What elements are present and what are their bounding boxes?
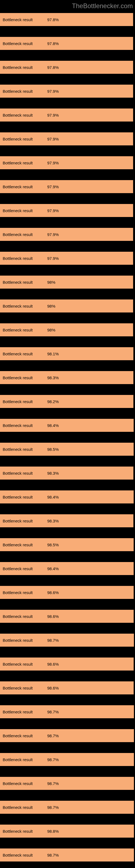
row-bar-track: 98.6% <box>45 681 135 694</box>
row-label: Bottleneck result <box>0 586 45 599</box>
row-bar-track: 98.3% <box>45 371 135 384</box>
chart-row[interactable]: Bottleneck result98.7% <box>0 705 135 718</box>
chart-row[interactable]: Bottleneck result98.6% <box>0 657 135 671</box>
row-label: Bottleneck result <box>0 490 45 503</box>
row-bar-fill: 98.6% <box>45 657 134 671</box>
row-bar-track: 98.7% <box>45 801 135 814</box>
row-label: Bottleneck result <box>0 132 45 145</box>
row-bar-fill: 98.1% <box>45 347 133 360</box>
row-bar-track: 98.3% <box>45 467 135 479</box>
row-bar-track: 98.4% <box>45 490 135 503</box>
chart-row[interactable]: Bottleneck result98.4% <box>0 490 135 503</box>
row-bar-fill: 98.6% <box>45 586 134 599</box>
row-bar-fill: 98.5% <box>45 443 134 456</box>
chart-row[interactable]: Bottleneck result98.3% <box>0 467 135 479</box>
row-label: Bottleneck result <box>0 13 45 26</box>
row-label: Bottleneck result <box>0 633 45 647</box>
chart-row[interactable]: Bottleneck result98.7% <box>0 729 135 742</box>
row-bar-track: 98% <box>45 300 135 312</box>
chart-row[interactable]: Bottleneck result98.5% <box>0 443 135 456</box>
row-bar-fill: 98.7% <box>45 801 134 814</box>
row-bar-track: 97.9% <box>45 204 135 217</box>
row-bar-fill: 97.8% <box>45 61 133 74</box>
row-label: Bottleneck result <box>0 371 45 384</box>
chart-row[interactable]: Bottleneck result97.8% <box>0 37 135 50</box>
row-value: 98.7% <box>47 853 59 858</box>
chart-row[interactable]: Bottleneck result97.9% <box>0 252 135 265</box>
row-bar-track: 98.6% <box>45 657 135 671</box>
chart-row[interactable]: Bottleneck result97.9% <box>0 132 135 145</box>
chart-row[interactable]: Bottleneck result97.9% <box>0 180 135 193</box>
row-bar-fill: 98.7% <box>45 705 134 718</box>
row-bar-track: 98.7% <box>45 777 135 790</box>
row-value: 98.7% <box>47 734 59 738</box>
page-container: TheBottlenecker.com Bottleneck result97.… <box>0 0 135 862</box>
chart-row[interactable]: Bottleneck result98.7% <box>0 848 135 862</box>
row-value: 97.8% <box>47 18 59 22</box>
chart-row[interactable]: Bottleneck result97.9% <box>0 228 135 241</box>
row-label: Bottleneck result <box>0 801 45 814</box>
chart-row[interactable]: Bottleneck result98% <box>0 323 135 336</box>
row-bar-track: 98.7% <box>45 753 135 766</box>
chart-row[interactable]: Bottleneck result98.2% <box>0 395 135 408</box>
chart-row[interactable]: Bottleneck result97.8% <box>0 61 135 74</box>
row-bar-track: 98.8% <box>45 825 135 838</box>
row-label: Bottleneck result <box>0 347 45 360</box>
chart-row[interactable]: Bottleneck result98.3% <box>0 371 135 384</box>
row-bar-track: 98.7% <box>45 633 135 647</box>
chart-row[interactable]: Bottleneck result98.4% <box>0 562 135 575</box>
row-bar-fill: 98.3% <box>45 467 133 479</box>
row-bar-fill: 98.4% <box>45 490 134 503</box>
chart-row[interactable]: Bottleneck result98.6% <box>0 681 135 694</box>
chart-row[interactable]: Bottleneck result98.6% <box>0 610 135 623</box>
chart-row[interactable]: Bottleneck result98% <box>0 300 135 312</box>
chart-row[interactable]: Bottleneck result97.9% <box>0 108 135 122</box>
row-value: 98.5% <box>47 447 59 452</box>
chart-row[interactable]: Bottleneck result98.7% <box>0 633 135 647</box>
row-bar-track: 98.4% <box>45 562 135 575</box>
chart-row[interactable]: Bottleneck result97.8% <box>0 13 135 26</box>
row-value: 98.3% <box>47 471 59 475</box>
row-value: 97.8% <box>47 41 59 46</box>
chart-row[interactable]: Bottleneck result98.7% <box>0 753 135 766</box>
row-value: 98.7% <box>47 781 59 786</box>
chart-row[interactable]: Bottleneck result98.5% <box>0 538 135 551</box>
row-bar-fill: 97.8% <box>45 37 133 50</box>
row-label: Bottleneck result <box>0 85 45 98</box>
row-bar-track: 97.9% <box>45 108 135 122</box>
chart-row[interactable]: Bottleneck result98.1% <box>0 347 135 360</box>
chart-row[interactable]: Bottleneck result97.9% <box>0 156 135 169</box>
row-label: Bottleneck result <box>0 467 45 479</box>
row-bar-track: 97.9% <box>45 180 135 193</box>
row-bar-track: 97.9% <box>45 228 135 241</box>
chart-row[interactable]: Bottleneck result98.4% <box>0 419 135 432</box>
row-bar-track: 98.5% <box>45 538 135 551</box>
row-bar-fill: 98.7% <box>45 633 134 647</box>
row-bar-track: 98.7% <box>45 705 135 718</box>
chart-row[interactable]: Bottleneck result97.9% <box>0 204 135 217</box>
row-bar-fill: 97.9% <box>45 156 133 169</box>
row-bar-fill: 97.9% <box>45 180 133 193</box>
row-value: 98.4% <box>47 495 59 499</box>
row-label: Bottleneck result <box>0 204 45 217</box>
chart-row[interactable]: Bottleneck result97.9% <box>0 85 135 98</box>
row-value: 98.6% <box>47 662 59 666</box>
row-bar-track: 98.1% <box>45 347 135 360</box>
chart-row[interactable]: Bottleneck result98.6% <box>0 586 135 599</box>
row-value: 97.9% <box>47 184 59 189</box>
chart-row[interactable]: Bottleneck result98.8% <box>0 825 135 838</box>
row-bar-track: 97.8% <box>45 61 135 74</box>
chart-row[interactable]: Bottleneck result98.7% <box>0 777 135 790</box>
row-bar-fill: 98.3% <box>45 371 133 384</box>
row-label: Bottleneck result <box>0 562 45 575</box>
chart-row[interactable]: Bottleneck result98% <box>0 276 135 289</box>
row-value: 98.6% <box>47 686 59 690</box>
row-label: Bottleneck result <box>0 37 45 50</box>
row-bar-fill: 98.7% <box>45 848 134 862</box>
row-label: Bottleneck result <box>0 753 45 766</box>
row-value: 98.2% <box>47 399 59 404</box>
row-bar-fill: 98% <box>45 323 133 336</box>
row-bar-track: 98.7% <box>45 848 135 862</box>
chart-row[interactable]: Bottleneck result98.3% <box>0 514 135 527</box>
chart-row[interactable]: Bottleneck result98.7% <box>0 801 135 814</box>
